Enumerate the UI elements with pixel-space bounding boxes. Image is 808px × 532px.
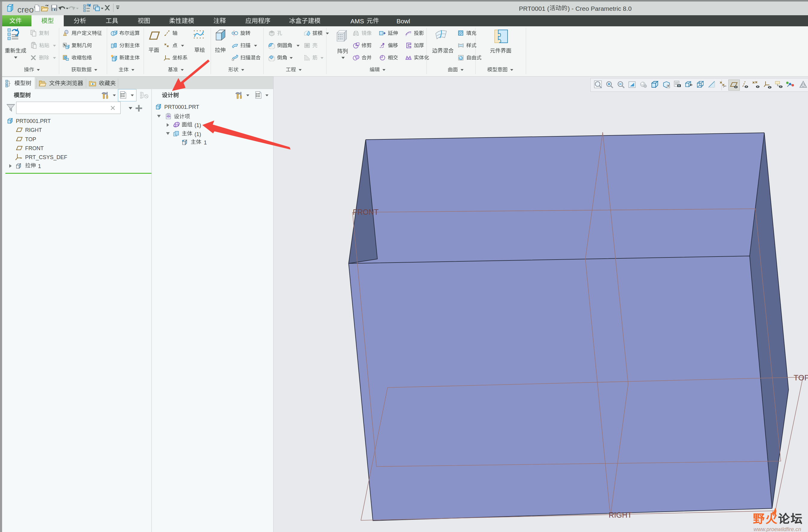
svg-text:FRONT: FRONT <box>353 208 379 216</box>
svg-text:TOP: TOP <box>794 373 808 382</box>
svg-text:RIGHT: RIGHT <box>609 511 632 519</box>
